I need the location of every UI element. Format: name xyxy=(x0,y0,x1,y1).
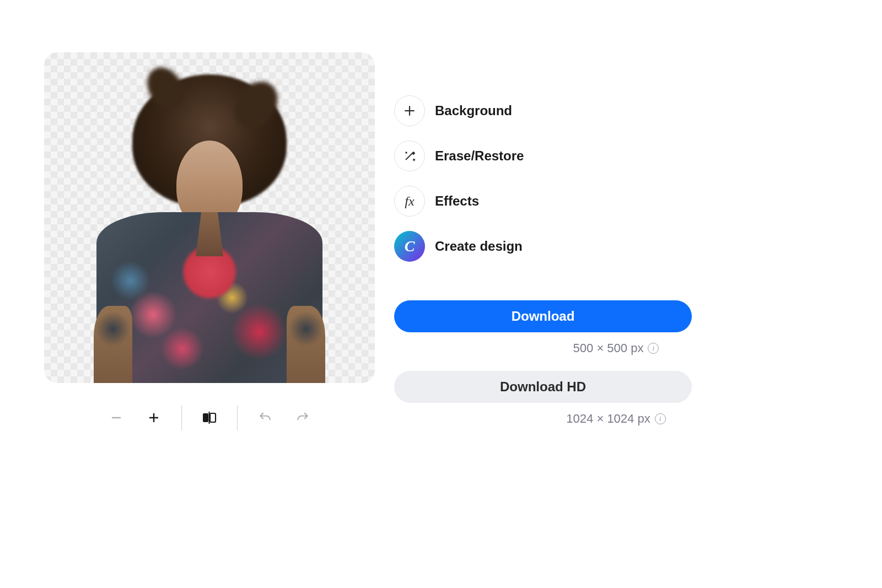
size-text: 500 × 500 px xyxy=(573,341,644,355)
image-preview[interactable] xyxy=(44,52,375,383)
download-hd-size-label: 1024 × 1024 px i xyxy=(394,412,838,426)
canva-icon: C xyxy=(394,231,425,262)
compare-button[interactable] xyxy=(200,408,219,428)
tool-list: Background Erase/Restore fx Effect xyxy=(394,95,838,262)
svg-point-9 xyxy=(406,152,407,153)
info-icon[interactable]: i xyxy=(655,413,666,424)
tool-label: Create design xyxy=(435,239,523,254)
minus-icon xyxy=(110,411,123,424)
toolbar-divider xyxy=(181,405,182,430)
tool-label: Background xyxy=(435,103,512,118)
download-section: Download 500 × 500 px i Download HD 1024… xyxy=(394,300,838,426)
svg-rect-4 xyxy=(210,413,216,422)
create-design-tool[interactable]: C Create design xyxy=(394,231,838,262)
download-size-label: 500 × 500 px i xyxy=(394,341,838,355)
undo-button[interactable] xyxy=(255,408,275,428)
download-label: Download xyxy=(512,309,575,324)
magic-wand-icon xyxy=(394,141,425,171)
tool-label: Erase/Restore xyxy=(435,148,524,164)
undo-icon xyxy=(258,411,272,425)
effects-tool[interactable]: fx Effects xyxy=(394,186,838,217)
download-hd-label: Download HD xyxy=(500,379,586,395)
main-container: Background Erase/Restore fx Effect xyxy=(0,0,882,484)
preview-toolbar xyxy=(44,404,375,431)
size-text: 1024 × 1024 px xyxy=(566,412,650,426)
download-hd-button[interactable]: Download HD xyxy=(394,371,692,403)
toolbar-divider xyxy=(237,405,238,430)
side-panel: Background Erase/Restore fx Effect xyxy=(394,52,838,431)
plus-icon xyxy=(394,95,425,126)
tool-label: Effects xyxy=(435,193,479,209)
fx-icon: fx xyxy=(394,186,425,217)
redo-button[interactable] xyxy=(293,408,313,428)
info-icon[interactable]: i xyxy=(648,343,659,354)
plus-icon xyxy=(147,411,160,424)
svg-rect-3 xyxy=(203,413,208,422)
zoom-out-button[interactable] xyxy=(106,408,126,428)
preview-panel xyxy=(44,52,375,431)
download-button[interactable]: Download xyxy=(394,300,692,332)
erase-restore-tool[interactable]: Erase/Restore xyxy=(394,141,838,171)
background-tool[interactable]: Background xyxy=(394,95,838,126)
redo-icon xyxy=(295,411,310,425)
zoom-in-button[interactable] xyxy=(144,408,164,428)
svg-line-8 xyxy=(406,153,412,160)
compare-icon xyxy=(201,409,218,426)
subject-cutout xyxy=(91,63,328,383)
